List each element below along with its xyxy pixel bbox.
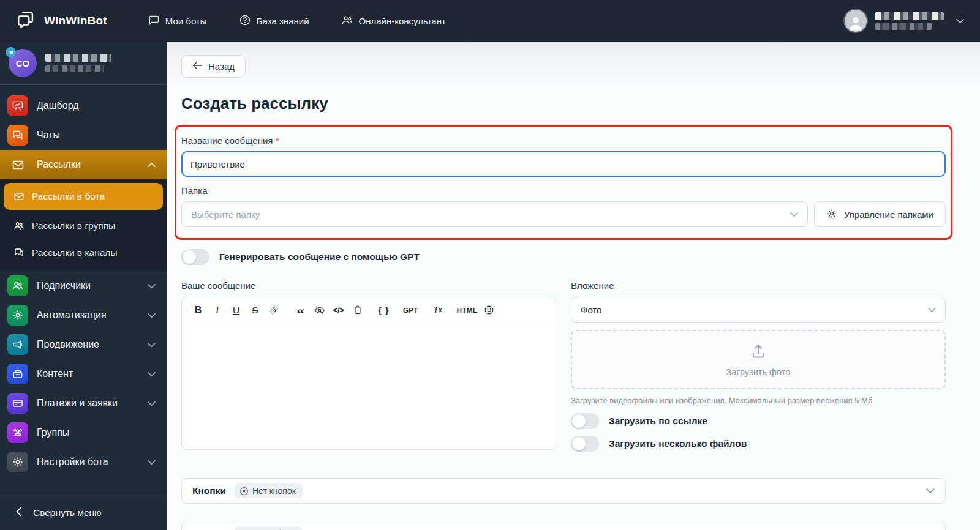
manage-folders-button[interactable]: Управление папками <box>814 201 946 227</box>
sidebar-item-subscribers[interactable]: Подписчики <box>0 271 167 300</box>
sidebar-item-mailings-channels[interactable]: Рассылки в каналы <box>0 239 167 266</box>
back-button[interactable]: Назад <box>181 55 246 78</box>
people-icon <box>341 14 353 28</box>
nav-item-label: Мои боты <box>165 16 207 26</box>
folder-row: Выберите папку Управление папками <box>181 201 946 227</box>
sidebar-item-content[interactable]: Контент <box>0 359 167 389</box>
chevron-down-icon <box>148 342 156 348</box>
nav-item-knowledge-base[interactable]: База знаний <box>239 14 309 28</box>
content-box-icon <box>7 364 28 384</box>
quote-button[interactable]: “ <box>292 301 309 319</box>
strikethrough-button[interactable]: S <box>246 301 264 319</box>
folder-placeholder: Выберите папку <box>191 209 260 220</box>
gpt-toggle-row: Генерировать сообщение с помощью GPT <box>181 249 946 265</box>
dialog-section[interactable]: Диалог Не выбран <box>181 521 946 530</box>
account-menu[interactable] <box>843 9 964 33</box>
upload-by-link-label: Загрузить по ссылке <box>609 416 707 427</box>
upload-icon <box>749 342 767 363</box>
annotation-highlight-box: Название сообщения * Приветствие Папка В… <box>175 125 952 240</box>
page-title: Создать рассылку <box>181 94 946 113</box>
chevron-down-icon <box>148 313 156 318</box>
sidebar-item-payments[interactable]: Платежи и заявки <box>0 389 167 418</box>
sidebar-item-mailings-bot[interactable]: Рассылки в бота <box>4 183 163 210</box>
underline-button[interactable]: U <box>227 301 245 319</box>
buttons-section[interactable]: Кнопки Нет кнопок <box>181 478 946 504</box>
collapse-menu-button[interactable]: Свернуть меню <box>0 495 167 530</box>
message-name-input[interactable]: Приветствие <box>181 151 946 177</box>
sidebar-item-label: Автоматизация <box>37 310 107 321</box>
sidebar-bot-profile[interactable]: CO <box>0 42 167 85</box>
sidebar-item-mailings-groups[interactable]: Рассылки в группы <box>0 212 167 239</box>
nav-item-online-consultant[interactable]: Онлайн-консультант <box>341 14 446 28</box>
message-editor[interactable]: B I U S “ </> { } GPT <box>181 297 556 450</box>
sidebar-item-automation[interactable]: Автоматизация <box>0 300 167 330</box>
sidebar-item-bot-settings[interactable]: Настройки бота <box>0 447 167 477</box>
sidebar-item-label: Рассылки в бота <box>32 191 105 202</box>
emoji-button[interactable] <box>480 301 498 319</box>
redacted-username <box>875 12 944 30</box>
chevron-down-icon <box>148 283 156 289</box>
dashboard-icon <box>7 95 28 116</box>
chat-bubble-icon <box>148 14 160 28</box>
sidebar-item-groups[interactable]: Группы <box>0 418 167 447</box>
sidebar-menu: Дашборд Чаты Рассылки Рассылки в бота <box>0 85 167 495</box>
folder-select[interactable]: Выберите папку <box>181 201 808 227</box>
gear-icon <box>826 208 837 221</box>
nav-item-label: База знаний <box>257 16 309 26</box>
gear-icon <box>7 452 28 472</box>
chevron-down-icon <box>956 15 964 26</box>
photo-upload-dropzone[interactable]: Загрузить фото <box>571 330 946 389</box>
mailings-submenu: Рассылки в бота Рассылки в группы Рассыл… <box>0 179 167 271</box>
top-navbar: WinWinBot Мои боты База знаний Онлайн-ко… <box>0 0 980 42</box>
sidebar: CO Дашборд Чаты Рассылки <box>0 42 167 530</box>
upload-multiple-toggle[interactable] <box>571 436 599 452</box>
sidebar-item-label: Контент <box>37 368 73 379</box>
chevron-left-icon <box>16 507 22 519</box>
manage-folders-label: Управление папками <box>844 209 933 220</box>
italic-button[interactable]: I <box>208 301 226 319</box>
sidebar-item-label: Рассылки <box>37 159 81 170</box>
sidebar-item-dashboard[interactable]: Дашборд <box>0 91 167 121</box>
clear-formatting-button[interactable]: Tx <box>429 301 447 319</box>
your-message-label: Ваше сообщение <box>181 280 556 291</box>
gpt-button[interactable]: GPT <box>401 301 420 319</box>
spoiler-eye-off-button[interactable] <box>311 301 328 319</box>
message-name-value: Приветствие <box>190 159 245 170</box>
gpt-toggle[interactable] <box>181 249 209 265</box>
bold-button[interactable]: B <box>189 301 207 319</box>
upload-photo-label: Загрузить фото <box>726 367 790 377</box>
brand-name: WinWinBot <box>44 14 107 28</box>
message-name-label: Название сообщения * <box>181 135 946 146</box>
sidebar-item-chats[interactable]: Чаты <box>0 121 167 150</box>
clipboard-button[interactable] <box>349 301 366 319</box>
collapse-menu-label: Свернуть меню <box>33 507 102 518</box>
editor-toolbar: B I U S “ </> { } GPT <box>182 297 556 323</box>
subscribers-icon <box>7 275 28 296</box>
link-button[interactable] <box>265 301 283 319</box>
bot-initials: CO <box>16 58 30 69</box>
attachment-label: Вложение <box>571 280 946 291</box>
sidebar-item-promotion[interactable]: Продвижение <box>0 330 167 359</box>
sidebar-item-mailings[interactable]: Рассылки <box>0 150 167 179</box>
upload-by-link-toggle[interactable] <box>571 413 599 429</box>
redacted-bot-name <box>45 54 111 72</box>
attachment-type-select[interactable]: Фото <box>571 297 946 323</box>
dialog-status-badge: Не выбран <box>235 526 303 530</box>
message-column: Ваше сообщение B I U S “ </> <box>181 280 556 458</box>
sidebar-item-label: Продвижение <box>37 339 99 350</box>
html-button[interactable]: HTML <box>455 301 480 319</box>
code-button[interactable]: </> <box>330 301 347 319</box>
groups-icon <box>7 422 28 443</box>
nav-item-my-bots[interactable]: Мои боты <box>148 14 207 28</box>
upload-by-link-row: Загрузить по ссылке <box>571 413 946 429</box>
brand[interactable]: WinWinBot <box>16 9 107 32</box>
sidebar-item-label: Платежи и заявки <box>37 398 118 409</box>
upload-hint: Загрузите видеофайлы или изображения. Ма… <box>571 396 946 405</box>
gpt-toggle-label: Генерировать сообщение с помощью GPT <box>219 252 420 263</box>
editor-body[interactable] <box>182 323 556 449</box>
buttons-section-label: Кнопки <box>192 485 226 496</box>
variables-button[interactable]: { } <box>375 301 393 319</box>
chevron-down-icon <box>790 212 798 217</box>
nav-item-label: Онлайн-консультант <box>359 16 446 26</box>
upload-multiple-label: Загрузить несколько файлов <box>609 438 747 449</box>
